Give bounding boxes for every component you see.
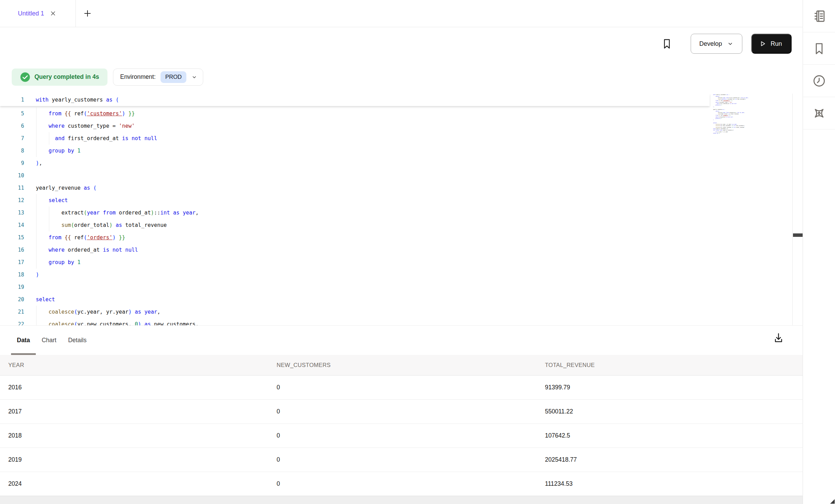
line-number: 22 [0,321,24,325]
results-tab-chart[interactable]: Chart [36,326,62,355]
results-tab-data[interactable]: Data [11,326,36,355]
table-cell: 107642.5 [545,432,803,439]
tab-label: Untitled 1 [18,10,44,17]
code-line-6[interactable]: 6 where customer_type = 'new' [0,120,792,132]
new-tab-button[interactable] [81,0,94,27]
sidebar-button-explore-icon[interactable] [803,97,835,129]
notebook-icon [812,9,826,23]
code-line-11[interactable]: 11yearly_revenue as ( [0,182,792,194]
line-number: 9 [0,160,24,166]
sidebar-button-bookmark-icon[interactable] [803,32,835,65]
history-icon [812,74,826,88]
code-line-18[interactable]: 18) [0,269,792,281]
table-cell: 550011.22 [545,408,803,415]
code-line-8[interactable]: 8 group by 1 [0,145,792,157]
code-text: yearly_revenue as ( [36,185,96,191]
results-tab-details[interactable]: Details [62,326,93,355]
query-status-text: Query completed in 4s [34,73,99,81]
table-cell: 2025418.77 [545,456,803,463]
table-row: 20170550011.22 [0,400,803,424]
download-icon[interactable] [772,332,785,344]
run-label: Run [771,40,782,48]
table-cell: 91399.79 [545,384,803,391]
code-text: with yearly_customers as ( [36,97,119,103]
code-line-19[interactable]: 19 [0,281,792,293]
table-header: YEARNEW_CUSTOMERSTOTAL_REVENUE [0,355,803,376]
line-number: 10 [0,172,24,179]
code-line-14[interactable]: 14 sum(order_total) as total_revenue [0,219,792,231]
table-body: 2016091399.7920170550011.2220180107642.5… [0,376,803,496]
code-line-20[interactable]: 20select [0,293,792,306]
code-text: ), [36,160,42,166]
bookmark-icon [812,42,826,55]
line-number: 21 [0,309,24,315]
code-text: from {{ ref('customers') }} [36,111,135,117]
code-text: ) [36,272,39,278]
code-lines[interactable]: 5 from {{ ref('customers') }}6 where cus… [0,106,792,325]
code-line-1[interactable]: 1with yearly_customers as ( [0,94,710,106]
right-icon-sidebar [803,0,835,504]
table-cell: 0 [277,456,545,463]
tab-untitled-1[interactable]: Untitled 1 [0,0,76,27]
code-text: group by 1 [36,259,81,265]
table-cell: 2024 [8,480,277,487]
status-bar: Query completed in 4s Environment: PROD [0,60,803,94]
code-text: coalesce(yc.year, yr.year) as year, [36,309,161,315]
code-text: select [36,197,68,203]
code-line-13[interactable]: 13 extract(year from ordered_at)::int as… [0,207,792,219]
line-number: 11 [0,185,24,191]
table-row: 20180107642.5 [0,424,803,448]
code-line-10[interactable]: 10 [0,169,792,182]
table-cell: 2018 [8,432,277,439]
resize-corner-handle[interactable] [830,499,835,504]
line-number: 1 [0,97,24,103]
code-line-17[interactable]: 17 group by 1 [0,256,792,269]
code-line-5[interactable]: 5 from {{ ref('customers') }} [0,107,792,120]
play-icon [759,40,766,48]
sidebar-button-notebook-icon[interactable] [803,0,835,32]
code-line-16[interactable]: 16 where ordered_at is not null [0,244,792,256]
chevron-down-icon [727,40,734,47]
code-line-12[interactable]: 12 select [0,194,792,207]
line-number: 18 [0,272,24,278]
bookmark-icon[interactable] [661,38,673,50]
table-cell: 0 [277,432,545,439]
results-panel: DataChartDetails YEARNEW_CUSTOMERSTOTAL_… [0,325,803,504]
table-row: 2016091399.79 [0,376,803,400]
table-cell: 0 [277,408,545,415]
run-button[interactable]: Run [751,34,792,54]
code-text: coalesce(yc.new_customers, 0) as new_cus… [36,321,199,325]
code-line-15[interactable]: 15 from {{ ref('orders') }} [0,231,792,244]
code-line-9[interactable]: 9), [0,157,792,169]
sql-editor[interactable]: 1with yearly_customers as ( 5 from {{ re… [0,94,803,325]
code-text: where customer_type = 'new' [36,123,135,129]
table-cell: 0 [277,480,545,487]
line-number: 20 [0,296,24,303]
code-text: select [36,296,55,303]
editor-scrollbar-track[interactable] [792,94,803,325]
column-header: NEW_CUSTOMERS [277,362,545,368]
minimap-code: with yearly_customers as ( select extrac… [713,94,791,134]
chevron-down-icon [191,74,197,80]
code-line-7[interactable]: 7 and first_ordered_at is not null [0,132,792,145]
sticky-scroll-line[interactable]: 1with yearly_customers as ( [0,94,803,106]
line-number: 19 [0,284,24,290]
code-text: group by 1 [36,148,81,154]
develop-dropdown-button[interactable]: Develop [691,34,742,54]
environment-selector[interactable]: Environment: PROD [113,69,204,86]
code-text: and first_ordered_at is not null [36,135,157,141]
code-text: from {{ ref('orders') }} [36,234,125,241]
code-line-21[interactable]: 21 coalesce(yc.year, yr.year) as year, [0,306,792,318]
horizontal-scrollbar[interactable] [0,496,803,504]
close-tab-icon[interactable] [50,10,56,17]
line-number: 6 [0,123,24,129]
query-status-pill: Query completed in 4s [12,69,107,86]
table-cell: 2016 [8,384,277,391]
line-number: 16 [0,247,24,253]
explore-icon [812,106,826,120]
editor-minimap[interactable]: with yearly_customers as ( select extrac… [713,94,791,142]
editor-scrollbar-thumb[interactable] [793,233,803,237]
code-line-22[interactable]: 22 coalesce(yc.new_customers, 0) as new_… [0,318,792,325]
column-header: TOTAL_REVENUE [545,362,803,368]
sidebar-button-history-icon[interactable] [803,65,835,97]
